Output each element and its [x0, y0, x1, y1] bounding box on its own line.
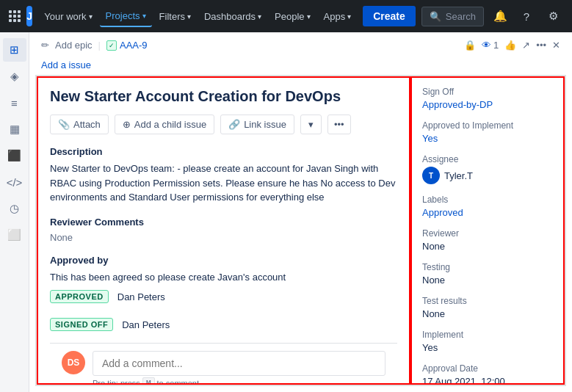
- top-navigation: J Your work▾ Projects▾ Filters▾ Dashboar…: [0, 0, 572, 32]
- assignee-label: Assignee: [422, 154, 553, 164]
- add-epic-label[interactable]: Add epic: [55, 40, 93, 51]
- labels-field: Labels Approved: [422, 195, 553, 218]
- pro-tip: Pro tip: press M to comment: [93, 379, 385, 385]
- approved-to-implement-label: Approved to Implement: [422, 120, 553, 131]
- reviewer-field: Reviewer None: [422, 228, 553, 252]
- issue-right-panel: Sign Off Approved-by-DP Approved to Impl…: [410, 76, 565, 385]
- test-results-label: Test results: [422, 296, 553, 306]
- labels-label: Labels: [422, 195, 553, 205]
- sidebar-backlog-icon[interactable]: ≡: [3, 91, 26, 115]
- create-button[interactable]: Create: [363, 6, 416, 26]
- nav-your-work[interactable]: Your work▾: [38, 7, 98, 26]
- approved-to-implement-value[interactable]: Yes: [422, 133, 438, 144]
- approved-by-text: This has been agreed so please create Ja…: [50, 270, 397, 285]
- content-area: ✏ Add epic | ✓ AAA-9 🔒 👁 1 👍 ↗ ••• ✕ Add…: [29, 32, 572, 392]
- paperclip-icon: 📎: [58, 119, 70, 130]
- svg-rect-0: [9, 10, 12, 13]
- sidebar-code-icon[interactable]: </>: [3, 170, 26, 194]
- breadcrumb-separator: |: [98, 40, 101, 51]
- approved-name: Dan Peters: [117, 291, 165, 302]
- svg-rect-4: [13, 15, 16, 18]
- approved-to-implement-field: Approved to Implement Yes: [422, 120, 553, 144]
- search-icon: 🔍: [430, 11, 441, 22]
- issue-id: AAA-9: [120, 40, 148, 51]
- add-child-issue-button[interactable]: ⊕ Add a child issue: [115, 115, 214, 134]
- user-avatar: DS: [62, 351, 85, 374]
- implement-field: Implement Yes: [422, 330, 553, 353]
- link-issue-button[interactable]: 🔗 Link issue: [220, 115, 294, 134]
- nav-dashboards[interactable]: Dashboards▾: [198, 7, 267, 26]
- sign-off-value[interactable]: Approved-by-DP: [422, 99, 493, 110]
- attach-button[interactable]: 📎 Attach: [50, 115, 109, 134]
- more-toolbar-button[interactable]: •••: [327, 115, 351, 134]
- watch-number: 1: [493, 40, 499, 51]
- eye-icon: 👁: [482, 40, 491, 51]
- sign-off-field: Sign Off Approved-by-DP: [422, 87, 553, 110]
- approval-date-label: Approval Date: [422, 363, 553, 374]
- svg-rect-3: [9, 15, 12, 18]
- comment-input[interactable]: [93, 351, 385, 376]
- testing-label: Testing: [422, 262, 553, 272]
- description-section: Description New Starter to DevOps team: …: [50, 146, 397, 205]
- sidebar-reports-icon[interactable]: ▦: [3, 117, 26, 141]
- testing-field: Testing None: [422, 262, 553, 286]
- test-results-field: Test results None: [422, 296, 553, 319]
- assignee-field: Assignee T Tyler.T: [422, 154, 553, 184]
- svg-rect-7: [13, 19, 16, 22]
- share-icon[interactable]: ↗: [522, 40, 530, 51]
- main-layout: ⊞ ◈ ≡ ▦ ⬛ </> ◷ ⬜ ✏ Add epic | ✓ AAA-9 🔒…: [0, 32, 572, 392]
- comment-area: DS Pro tip: press M to comment: [50, 343, 397, 385]
- sidebar-components-icon[interactable]: ⬜: [3, 223, 26, 247]
- assignee-value[interactable]: Tyler.T: [444, 170, 473, 181]
- nav-filters[interactable]: Filters▾: [153, 7, 197, 26]
- sidebar-home-icon[interactable]: ⊞: [3, 38, 26, 62]
- svg-rect-5: [18, 15, 21, 18]
- approval-date-field: Approval Date 17 Aug 2021, 12:00: [422, 363, 553, 385]
- help-icon[interactable]: ?: [516, 6, 537, 26]
- nav-apps[interactable]: Apps▾: [318, 7, 358, 26]
- nav-people[interactable]: People▾: [269, 7, 316, 26]
- breadcrumb-issue-link[interactable]: ✓ AAA-9: [106, 40, 148, 51]
- reviewer-value: None: [422, 241, 445, 252]
- notifications-icon[interactable]: 🔔: [490, 6, 510, 26]
- child-icon: ⊕: [123, 119, 131, 130]
- svg-rect-2: [18, 10, 21, 13]
- implement-value: Yes: [422, 342, 438, 353]
- approved-badge: APPROVED: [50, 290, 109, 303]
- svg-rect-8: [18, 19, 21, 22]
- nav-projects[interactable]: Projects▾: [100, 6, 152, 27]
- sidebar-issues-icon[interactable]: ⬛: [3, 144, 26, 167]
- signed-off-badge: SIGNED OFF: [50, 318, 113, 331]
- reviewer-comments-section: Reviewer Comments None: [50, 217, 397, 243]
- description-content: New Starter to DevOps team: - please cre…: [50, 161, 397, 205]
- sign-off-label: Sign Off: [422, 87, 553, 97]
- more-options-icon[interactable]: •••: [536, 40, 546, 51]
- svg-rect-6: [9, 19, 12, 22]
- test-results-value: None: [422, 308, 445, 319]
- lock-icon[interactable]: 🔒: [464, 40, 476, 51]
- svg-rect-1: [13, 10, 16, 13]
- reviewer-comments-label: Reviewer Comments: [50, 217, 397, 228]
- labels-value[interactable]: Approved: [422, 207, 463, 218]
- description-label: Description: [50, 146, 397, 157]
- grid-icon[interactable]: [9, 7, 21, 25]
- add-issue-label: Add a issue: [41, 59, 91, 70]
- link-icon: 🔗: [228, 119, 240, 130]
- close-icon[interactable]: ✕: [552, 40, 560, 51]
- thumbs-up-icon[interactable]: 👍: [504, 40, 516, 51]
- add-issue-link[interactable]: Add a issue: [29, 55, 572, 75]
- breadcrumb: ✏ Add epic | ✓ AAA-9 🔒 👁 1 👍 ↗ ••• ✕: [29, 32, 572, 55]
- jira-logo[interactable]: J: [26, 6, 32, 26]
- reviewer-comments-value: None: [50, 232, 397, 243]
- issue-title: New Starter Account Creation for DevOps: [50, 87, 397, 106]
- watch-count[interactable]: 👁 1: [482, 40, 499, 51]
- sidebar-history-icon[interactable]: ◷: [3, 197, 26, 220]
- issue-toolbar: 📎 Attach ⊕ Add a child issue 🔗 Link issu…: [50, 115, 397, 134]
- settings-icon[interactable]: ⚙: [543, 6, 563, 26]
- signed-off-section: SIGNED OFF Dan Peters: [50, 318, 397, 331]
- search-bar[interactable]: 🔍 Search: [421, 7, 484, 26]
- ellipsis-icon: •••: [334, 119, 344, 130]
- sidebar-board-icon[interactable]: ◈: [3, 65, 26, 88]
- toolbar-dropdown-button[interactable]: ▾: [300, 115, 322, 134]
- nav-items: Your work▾ Projects▾ Filters▾ Dashboards…: [38, 6, 357, 27]
